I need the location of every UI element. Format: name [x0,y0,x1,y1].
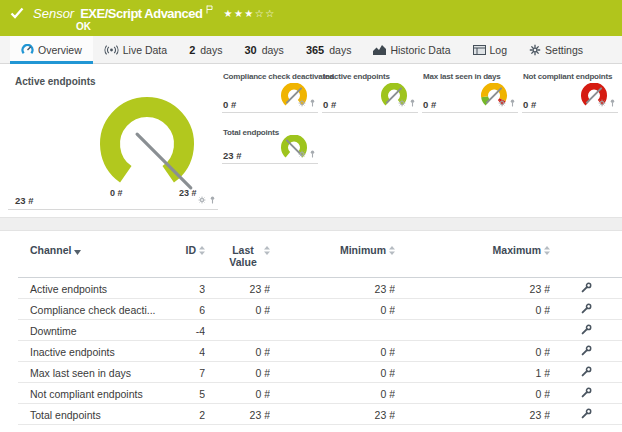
mini-pin-icon[interactable] [509,93,516,111]
channel-name: Max last seen in days [18,362,160,383]
tab-settings[interactable]: Settings [518,36,594,63]
channel-minimum: 0 # [270,341,395,362]
gauge-tile-total-endpoints[interactable]: Total endpoints23 # [222,128,318,164]
channel-last-value [205,320,270,341]
mini-pin-icon[interactable] [309,93,316,111]
gauge-icon [21,44,34,55]
gauge-tile-compliance-check-deactivated[interactable]: Compliance check deactivated0 # [222,72,318,113]
sensor-title: EXE/Script Advanced [80,6,202,21]
gauge-tile-active-endpoints[interactable]: Active endpoints0 #23 #23 # [8,72,218,210]
channel-minimum: 23 # [270,278,395,299]
tab-365-days[interactable]: 365days [295,36,363,63]
channel-minimum: 0 # [270,383,395,404]
tab-2-days[interactable]: 2days [178,36,233,63]
mini-gear-icon[interactable] [298,144,306,162]
channel-row-active-endpoints: Active endpoints323 #23 #23 # [18,278,622,299]
channel-minimum [270,320,395,341]
gauges-panel: Active endpoints0 #23 #23 #Compliance ch… [0,64,622,217]
object-type-label: Sensor [33,6,74,21]
tab-overview[interactable]: Overview [10,36,93,63]
channel-id: 5 [160,383,205,404]
channel-minimum: 0 # [270,299,395,320]
channel-maximum: 23 # [395,404,550,425]
channel-name: Not compliant endpoints [18,383,160,404]
channel-maximum: 0 # [395,299,550,320]
tab-label: days [262,44,284,56]
tab-historic-data[interactable]: Historic Data [362,36,461,63]
tab-label: days [329,44,351,56]
tab-label: days [200,44,222,56]
channel-row-inactive-endpoints: Inactive endpoints40 #0 #0 # [18,341,622,362]
channel-settings-wrench-icon[interactable] [581,366,592,377]
sensor-header: Sensor EXE/Script Advanced ★★★☆☆ OK [0,0,622,36]
tab-number: 365 [306,44,324,56]
channel-settings-wrench-icon[interactable] [581,282,592,293]
gauge-title: Not compliant endpoints [523,72,612,81]
mini-gear-icon[interactable] [598,93,606,111]
sensor-overview-page: Sensor EXE/Script Advanced ★★★☆☆ OK Over… [0,0,622,432]
priority-stars[interactable]: ★★★☆☆ [223,8,275,19]
channel-id: 2 [160,404,205,425]
gauge-tile-max-last-seen-in-days[interactable]: Max last seen in days0 # [422,72,518,113]
gauge-value: 0 # [423,99,436,110]
historic-chart-icon [373,45,386,55]
tab-bar: OverviewLive Data2days30days365daysHisto… [0,36,622,64]
channel-last-value: 0 # [205,383,270,404]
mini-gear-icon[interactable] [298,93,306,111]
channel-settings-wrench-icon[interactable] [581,345,592,356]
gauge-title: Max last seen in days [423,72,501,81]
channel-maximum [395,320,550,341]
channel-name: Active endpoints [18,278,160,299]
live-data-icon [104,45,119,55]
channel-row-downtime: Downtime-4 [18,320,622,341]
channel-id: 7 [160,362,205,383]
channel-settings-wrench-icon[interactable] [581,303,592,314]
column-header-id[interactable]: ID [160,231,205,278]
channel-table: Channel ID Last Value Minimum Maximum Ac… [18,231,622,425]
section-divider [0,217,622,231]
gauge-dial [92,96,202,196]
mini-pin-icon[interactable] [409,93,416,111]
channel-settings-wrench-icon[interactable] [581,324,592,335]
gauge-tile-not-compliant-endpoints[interactable]: Not compliant endpoints0 # [522,72,618,113]
tab-30-days[interactable]: 30days [233,36,294,63]
gauge-scale-max: 23 # [179,188,197,198]
tab-label: Settings [545,44,583,56]
tab-label: Live Data [123,44,167,56]
column-header-tools [550,231,622,278]
column-header-maximum[interactable]: Maximum [395,231,550,278]
gear-icon [529,44,541,56]
column-header-last-value[interactable]: Last Value [205,231,270,278]
mini-gear-icon[interactable] [198,190,206,208]
status-ok-check-icon [10,7,24,19]
channel-settings-wrench-icon[interactable] [581,408,592,419]
channel-name: Downtime [18,320,160,341]
channel-row-compliance-check-deacti-: Compliance check deacti...60 #0 #0 # [18,299,622,320]
tab-label: Historic Data [390,44,450,56]
channel-row-total-endpoints: Total endpoints223 #23 #23 # [18,404,622,425]
channel-id: 6 [160,299,205,320]
channel-last-value: 0 # [205,362,270,383]
mini-pin-icon[interactable] [609,93,616,111]
tab-live-data[interactable]: Live Data [93,36,178,63]
column-header-channel[interactable]: Channel [18,231,160,278]
channel-maximum: 1 # [395,362,550,383]
mini-pin-icon[interactable] [309,144,316,162]
channel-settings-wrench-icon[interactable] [581,387,592,398]
mini-gear-icon[interactable] [398,93,406,111]
mini-gear-icon[interactable] [498,93,506,111]
tab-number: 30 [244,44,256,56]
sort-icon [199,245,205,257]
gauge-value: 0 # [523,99,536,110]
mini-pin-icon[interactable] [209,190,216,208]
sensor-status-badge: OK [76,21,91,32]
gauge-tile-inactive-endpoints[interactable]: Inactive endpoints0 # [322,72,418,113]
column-header-minimum[interactable]: Minimum [270,231,395,278]
tab-log[interactable]: Log [462,36,519,63]
channel-last-value: 23 # [205,278,270,299]
gauge-title: Total endpoints [223,128,279,137]
channel-name: Total endpoints [18,404,160,425]
gauge-title: Compliance check deactivated [223,72,334,81]
channel-id: 4 [160,341,205,362]
channel-row-not-compliant-endpoints: Not compliant endpoints50 #0 #0 # [18,383,622,404]
